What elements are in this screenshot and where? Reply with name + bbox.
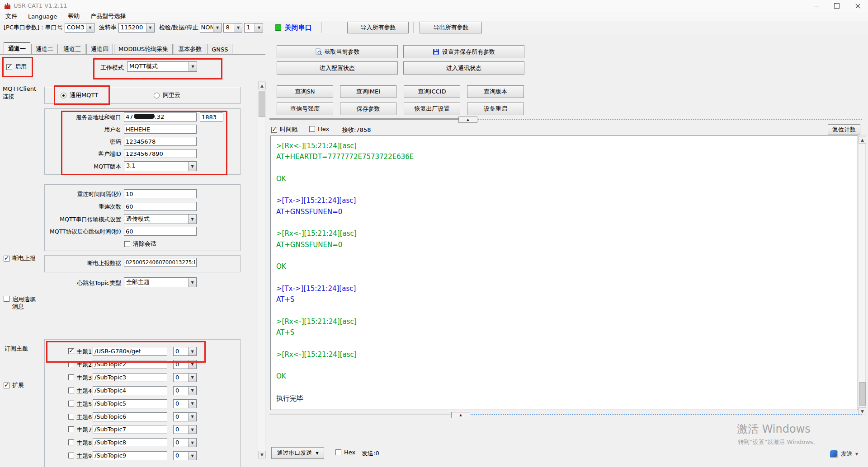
- topic-input[interactable]: /SubTopic8: [93, 438, 167, 447]
- send-widget[interactable]: 发送 ▼: [830, 450, 858, 458]
- topic-qos-select[interactable]: 0▼: [173, 438, 197, 447]
- log-bottom-slider[interactable]: ▲: [269, 411, 862, 418]
- get-params-button[interactable]: 获取当前参数: [277, 45, 398, 58]
- enter-comm-button[interactable]: 进入通讯状态: [403, 61, 524, 75]
- reset-count-button[interactable]: 复位计数: [828, 124, 860, 135]
- com-port-select[interactable]: COM3▼: [65, 23, 94, 33]
- baud-select[interactable]: 115200▼: [118, 23, 155, 33]
- power-report-checkbox[interactable]: [4, 256, 9, 262]
- topic-checkbox[interactable]: [68, 374, 74, 380]
- will-message-option[interactable]: 启用遗嘱消息: [4, 296, 36, 310]
- send-mode-dropdown[interactable]: 通过串口发送 ▼: [271, 447, 324, 459]
- topic-checkbox[interactable]: [68, 439, 74, 445]
- topic-checkbox[interactable]: [68, 414, 74, 420]
- tab-channel-2[interactable]: 通道二: [31, 44, 58, 54]
- close-button[interactable]: [847, 0, 868, 12]
- topic-input[interactable]: /SubTopic2: [93, 360, 167, 369]
- transfer-mode-select[interactable]: 透传模式▼: [124, 214, 197, 224]
- scrollbar-thumb[interactable]: [859, 382, 866, 406]
- retry-times-input[interactable]: [124, 202, 197, 211]
- timestamp-checkbox[interactable]: [271, 127, 277, 133]
- topic-input[interactable]: /USR-G780s/get: [93, 347, 167, 356]
- password-input[interactable]: [124, 137, 197, 146]
- scroll-up-icon[interactable]: ▲: [258, 82, 266, 89]
- topic-checkbox[interactable]: [68, 361, 74, 367]
- topic-checkbox[interactable]: [68, 426, 74, 432]
- export-params-button[interactable]: 导出所有参数: [420, 22, 482, 33]
- general-mqtt-option[interactable]: 通用MQTT: [61, 91, 98, 99]
- query-version-button[interactable]: 查询版本: [467, 85, 524, 98]
- device-reboot-button[interactable]: 设备重启: [467, 103, 524, 115]
- enable-checkbox[interactable]: [6, 64, 12, 70]
- slider-thumb[interactable]: ▲: [458, 117, 477, 123]
- extend-option[interactable]: 扩展: [4, 381, 24, 389]
- extend-checkbox[interactable]: [4, 383, 9, 388]
- scroll-up-icon[interactable]: ▲: [859, 136, 866, 144]
- timestamp-option[interactable]: 时间戳: [271, 126, 297, 134]
- topic-qos-select[interactable]: 0▼: [173, 360, 197, 369]
- will-message-checkbox[interactable]: [4, 296, 9, 302]
- power-report-option[interactable]: 断电上报: [4, 254, 36, 262]
- tab-channel-4[interactable]: 通道四: [86, 44, 113, 54]
- parity-select[interactable]: NONI▼: [200, 23, 222, 33]
- hex-send-checkbox[interactable]: [335, 449, 341, 455]
- left-panel-scrollbar[interactable]: ▲ ▼: [258, 81, 265, 458]
- topic-qos-select[interactable]: 0▼: [173, 399, 197, 408]
- topic-input[interactable]: /SubTopic5: [93, 399, 167, 408]
- hex-display-option[interactable]: Hex: [309, 126, 329, 132]
- reconnect-interval-input[interactable]: [124, 189, 197, 198]
- topic-qos-select[interactable]: 0▼: [173, 412, 197, 421]
- topic-qos-select[interactable]: 0▼: [173, 347, 197, 356]
- query-iccid-button[interactable]: 查询ICCID: [404, 85, 460, 98]
- hex-send-option[interactable]: Hex: [335, 449, 355, 456]
- topic-input[interactable]: /SubTopic7: [93, 425, 167, 434]
- menu-product-select[interactable]: 产品型号选择: [85, 12, 131, 20]
- topic-input[interactable]: /SubTopic9: [93, 451, 167, 460]
- heartbeat-topic-select[interactable]: 全部主题▼: [124, 277, 197, 287]
- close-port-button[interactable]: 关闭串口: [284, 23, 311, 32]
- clean-session-option[interactable]: 清除会话: [124, 240, 156, 248]
- log-output[interactable]: >[Rx<-][15:21:24][asc]AT+HEARTDT=7777772…: [270, 135, 858, 410]
- topic-checkbox[interactable]: [68, 388, 74, 393]
- send-button[interactable]: 发送: [841, 450, 853, 458]
- topic-qos-select[interactable]: 0▼: [173, 425, 197, 434]
- tab-gnss[interactable]: GNSS: [207, 44, 232, 54]
- menu-help[interactable]: 帮助: [62, 12, 85, 20]
- hex-display-checkbox[interactable]: [309, 126, 315, 132]
- log-top-slider[interactable]: ▲: [269, 116, 862, 122]
- username-input[interactable]: [124, 125, 197, 134]
- factory-reset-button[interactable]: 恢复出厂设置: [404, 103, 460, 115]
- enter-config-button[interactable]: 进入配置状态: [277, 61, 398, 75]
- minimize-button[interactable]: [806, 0, 826, 12]
- topic-checkbox[interactable]: [68, 453, 74, 458]
- menu-file[interactable]: 文件: [0, 12, 23, 20]
- menu-language[interactable]: Language: [23, 13, 62, 20]
- query-imei-button[interactable]: 查询IMEI: [340, 85, 396, 98]
- scrollbar-thumb[interactable]: [259, 91, 265, 117]
- tab-channel-3[interactable]: 通道三: [59, 44, 85, 54]
- maximize-button[interactable]: [826, 0, 847, 12]
- query-sn-button[interactable]: 查询SN: [277, 85, 333, 98]
- clientid-input[interactable]: [124, 149, 197, 158]
- log-scrollbar[interactable]: ▲ ▼: [858, 135, 866, 415]
- general-mqtt-radio[interactable]: [61, 93, 66, 98]
- server-address-input[interactable]: 47.32: [124, 112, 197, 121]
- scroll-down-icon[interactable]: ▼: [258, 451, 266, 458]
- query-signal-button[interactable]: 查信号强度: [277, 103, 333, 115]
- work-mode-select[interactable]: MQTT模式▼: [127, 61, 197, 72]
- keepalive-input[interactable]: [124, 227, 197, 236]
- topic-qos-select[interactable]: 0▼: [173, 386, 197, 395]
- stopbits-select[interactable]: 1▼: [244, 23, 263, 33]
- topic-input[interactable]: /SubTopic3: [93, 373, 167, 382]
- mqtt-version-select[interactable]: 3.1▼: [124, 161, 197, 171]
- save-params-button[interactable]: 保存参数: [340, 103, 396, 115]
- power-data-input[interactable]: [124, 258, 197, 267]
- slider-thumb[interactable]: ▲: [451, 412, 470, 418]
- server-port-input[interactable]: [200, 112, 223, 121]
- import-params-button[interactable]: 导入所有参数: [347, 22, 409, 33]
- aliyun-option[interactable]: 阿里云: [154, 91, 180, 99]
- aliyun-radio[interactable]: [154, 93, 160, 98]
- topic-input[interactable]: /SubTopic4: [93, 386, 167, 395]
- tab-basic-params[interactable]: 基本参数: [174, 44, 206, 54]
- tab-modbus[interactable]: MODBUS轮询采集: [114, 44, 173, 54]
